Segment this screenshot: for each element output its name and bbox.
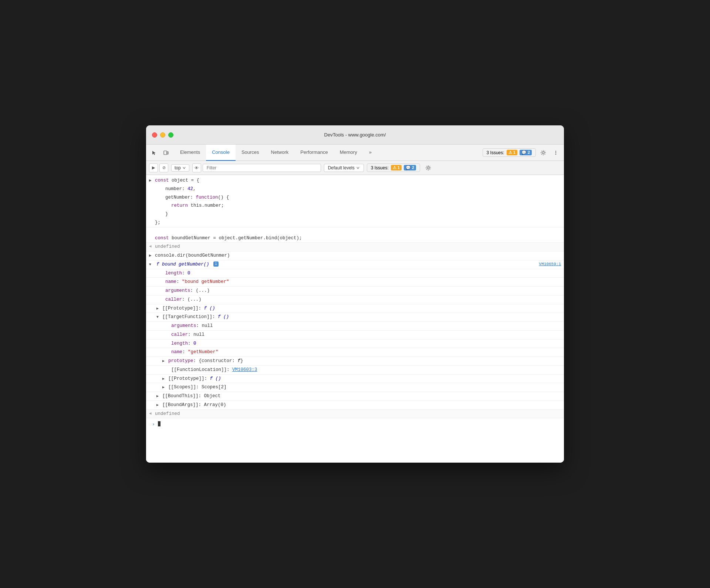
list-item: ▶ console.dir(boundGetNunmer) bbox=[146, 251, 564, 260]
toolbar-issues-badge[interactable]: 3 Issues: ⚠ 1 💬 2 bbox=[367, 163, 420, 172]
tab-elements[interactable]: Elements bbox=[174, 145, 206, 161]
list-item: ▶ [[BoundThis]]: Object bbox=[146, 392, 564, 401]
svg-point-5 bbox=[555, 153, 556, 154]
expand-arrow[interactable]: ▶ bbox=[149, 253, 152, 259]
tabs-right: 3 Issues: ⚠ 1 💬 2 bbox=[483, 148, 561, 158]
tab-network[interactable]: Network bbox=[265, 145, 295, 161]
svg-point-3 bbox=[555, 151, 556, 151]
list-item: ▶ [[BoundArgs]]: Array(0) bbox=[146, 401, 564, 410]
list-item: length: 0 bbox=[146, 339, 564, 348]
device-icon[interactable] bbox=[161, 148, 171, 158]
vm-location-link[interactable]: VM10603:3 bbox=[232, 367, 257, 372]
issues-label-toolbar: 3 Issues: bbox=[371, 165, 389, 170]
list-item: number: 42, bbox=[146, 185, 564, 193]
tab-more[interactable]: » bbox=[363, 145, 378, 161]
list-item: ▼ [[TargetFunction]]: f () bbox=[146, 313, 564, 322]
devtools-body: Elements Console Sources Network Perform… bbox=[146, 145, 564, 463]
devtools-window: DevTools - www.google.com/ bbox=[146, 125, 564, 463]
info-badge: 💬 2 bbox=[520, 150, 532, 155]
tree-toggle[interactable]: ▼ bbox=[156, 314, 159, 320]
list-item: ▼ f bound getNumber() i VM10659:1 bbox=[146, 260, 564, 269]
console-cursor bbox=[158, 421, 160, 426]
vm-ref[interactable]: VM10659:1 bbox=[539, 261, 561, 267]
issues-badge[interactable]: 3 Issues: ⚠ 1 💬 2 bbox=[483, 148, 536, 157]
list-item bbox=[146, 227, 564, 234]
svg-point-2 bbox=[542, 152, 544, 154]
svg-rect-0 bbox=[164, 151, 167, 155]
list-item: ◀ undefined bbox=[146, 410, 564, 419]
context-selector[interactable]: top bbox=[171, 164, 189, 172]
tabs-list: Elements Console Sources Network Perform… bbox=[174, 145, 483, 161]
console-toolbar: ▶ ⊘ top 👁 Default levels 3 Issues: ⚠ 1 💬… bbox=[146, 161, 564, 175]
more-options-icon[interactable] bbox=[551, 148, 561, 158]
issues-label: 3 Issues: bbox=[487, 150, 504, 155]
tab-sources[interactable]: Sources bbox=[236, 145, 265, 161]
list-item: [[FunctionLocation]]: VM10603:3 bbox=[146, 366, 564, 375]
run-icon[interactable]: ▶ bbox=[149, 163, 158, 172]
tree-toggle[interactable]: ▶ bbox=[156, 402, 159, 408]
context-label: top bbox=[175, 165, 181, 170]
warn-badge: ⚠ 1 bbox=[507, 150, 517, 155]
tree-toggle[interactable]: ▶ bbox=[162, 385, 165, 390]
tree-toggle[interactable]: ▶ bbox=[162, 358, 165, 364]
tab-performance[interactable]: Performance bbox=[294, 145, 334, 161]
window-title: DevTools - www.google.com/ bbox=[324, 132, 386, 138]
filter-input[interactable] bbox=[203, 164, 321, 172]
list-item: name: "bound getNumber" bbox=[146, 278, 564, 287]
list-item: ▶ [[Prototype]]: f () bbox=[146, 304, 564, 313]
minimize-button[interactable] bbox=[160, 132, 165, 138]
console-output[interactable]: ▶ const object = { number: 42, getNumber… bbox=[146, 175, 564, 463]
list-item: return this.number; bbox=[146, 202, 564, 210]
tree-toggle[interactable]: ▼ bbox=[149, 262, 151, 267]
info-badge-toolbar: 💬 2 bbox=[404, 165, 416, 170]
list-item: caller: (...) bbox=[146, 295, 564, 304]
traffic-lights bbox=[152, 132, 173, 138]
tree-toggle[interactable]: ▶ bbox=[156, 393, 159, 399]
chevron-down-icon bbox=[182, 166, 186, 170]
levels-dropdown[interactable]: Default levels bbox=[324, 164, 364, 172]
list-item: arguments: null bbox=[146, 322, 564, 331]
list-item: arguments: (...) bbox=[146, 287, 564, 295]
settings-console-icon[interactable] bbox=[423, 163, 433, 173]
svg-point-4 bbox=[555, 152, 556, 153]
console-prompt: › bbox=[152, 420, 155, 428]
list-item: ▶ [[Prototype]]: f () bbox=[146, 375, 564, 383]
list-item: const boundGetNunmer = object.getNumber.… bbox=[146, 234, 564, 243]
tree-toggle[interactable]: ▶ bbox=[162, 376, 165, 382]
settings-icon[interactable] bbox=[538, 148, 548, 158]
list-item: name: "getNumber" bbox=[146, 348, 564, 357]
tabs-left-icons bbox=[149, 148, 171, 158]
list-item: ▶ prototype: {constructor: f} bbox=[146, 357, 564, 366]
list-item: getNumber: function() { bbox=[146, 193, 564, 202]
info-icon[interactable]: i bbox=[213, 261, 219, 267]
maximize-button[interactable] bbox=[168, 132, 173, 138]
tree-toggle[interactable]: ▶ bbox=[156, 306, 159, 311]
list-item: length: 0 bbox=[146, 269, 564, 278]
close-button[interactable] bbox=[152, 132, 157, 138]
console-input-row: › bbox=[146, 418, 564, 429]
tabs-bar: Elements Console Sources Network Perform… bbox=[146, 145, 564, 161]
eye-icon[interactable]: 👁 bbox=[192, 163, 201, 172]
expand-arrow[interactable]: ▶ bbox=[149, 178, 152, 184]
list-item: caller: null bbox=[146, 331, 564, 339]
tab-console[interactable]: Console bbox=[206, 145, 236, 161]
list-item: }; bbox=[146, 219, 564, 227]
svg-rect-1 bbox=[167, 152, 168, 154]
warn-badge-toolbar: ⚠ 1 bbox=[391, 165, 402, 170]
chevron-down-icon bbox=[356, 166, 360, 170]
list-item: ◀ undefined bbox=[146, 243, 564, 251]
svg-point-6 bbox=[427, 167, 429, 169]
clear-icon[interactable]: ⊘ bbox=[159, 163, 168, 172]
tab-memory[interactable]: Memory bbox=[334, 145, 363, 161]
list-item: ▶ const object = { bbox=[146, 176, 564, 185]
list-item: ▶ [[Scopes]]: Scopes[2] bbox=[146, 383, 564, 392]
titlebar: DevTools - www.google.com/ bbox=[146, 125, 564, 145]
cursor-icon[interactable] bbox=[149, 148, 159, 158]
list-item: } bbox=[146, 210, 564, 219]
